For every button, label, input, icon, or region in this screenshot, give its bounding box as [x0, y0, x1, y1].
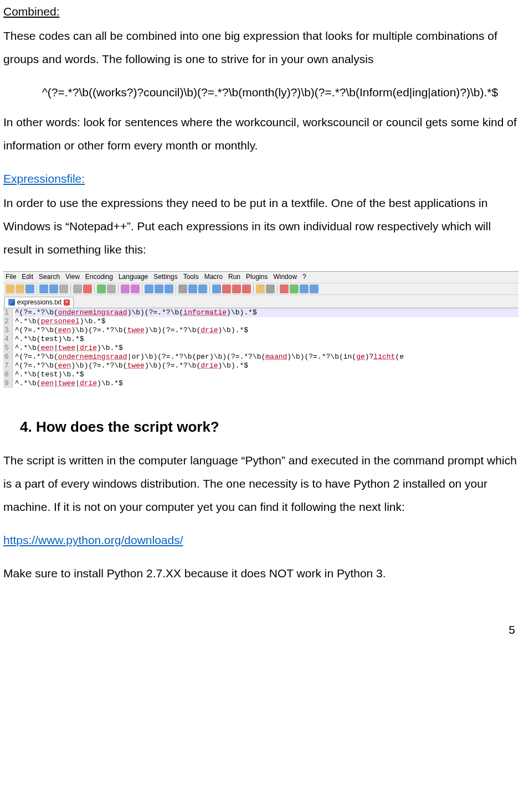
toolbar-icon[interactable] [165, 285, 173, 293]
menu-item-settings[interactable]: Settings [153, 273, 177, 282]
expressionsfile-label: Expressionsfile: [3, 167, 521, 190]
toolbar-icon[interactable] [131, 285, 140, 293]
toolbar-separator [70, 285, 71, 293]
code-line[interactable]: ^.*\b(test)\b.*$ [15, 370, 518, 379]
toolbar-icon[interactable] [290, 285, 299, 293]
menu-item-window[interactable]: Window [273, 273, 297, 282]
combined-regex-block: ^(?=.*?\b((works?)?council)\b)(?=.*?\b(m… [42, 81, 521, 104]
expressionsfile-paragraph: In order to use the expressions they nee… [3, 192, 521, 261]
notepadpp-window: FileEditSearchViewEncodingLanguageSettin… [3, 271, 518, 388]
menu-item-[interactable]: ? [302, 273, 306, 282]
toolbar-icon[interactable] [49, 285, 58, 293]
menu-item-edit[interactable]: Edit [22, 273, 33, 282]
toolbar-separator [37, 285, 37, 293]
toolbar-icon[interactable] [145, 285, 153, 293]
close-icon[interactable]: ✕ [64, 299, 70, 306]
notepadpp-tab-expressions[interactable]: expressions.txt ✕ [4, 297, 74, 308]
disk-icon [8, 299, 15, 306]
python-download-link[interactable]: https://www.python.org/downloads/ [3, 534, 183, 546]
notepadpp-tabs: expressions.txt ✕ [3, 295, 518, 308]
toolbar-separator [209, 285, 210, 293]
code-line[interactable]: ^(?=.*?\b(een)\b)(?=.*?\b(twee)\b)(?=.*?… [15, 326, 518, 335]
toolbar-separator [142, 285, 142, 293]
toolbar-separator [277, 285, 278, 293]
menu-item-plugins[interactable]: Plugins [246, 273, 268, 282]
toolbar-icon[interactable] [242, 285, 251, 293]
combined-label: Combined: [3, 0, 521, 23]
toolbar-icon[interactable] [300, 285, 309, 293]
toolbar-icon[interactable] [155, 285, 163, 293]
code-line[interactable]: ^.*\b(een|twee|drie)\b.*$ [15, 379, 518, 388]
notepadpp-editor[interactable]: 123456789 ^(?=.*?\b(ondernemingsraad)\b)… [3, 308, 518, 388]
toolbar-icon[interactable] [83, 285, 92, 293]
menu-item-view[interactable]: View [65, 273, 80, 282]
toolbar-icon[interactable] [188, 285, 197, 293]
toolbar-icon[interactable] [59, 285, 68, 293]
menu-item-encoding[interactable]: Encoding [85, 273, 113, 282]
notepadpp-toolbar [3, 283, 518, 295]
code-line[interactable]: ^(?=.*?\b(ondernemingsraad)\b)(?=.*?\b(i… [15, 308, 518, 317]
document-page: Combined: These codes can all be combine… [0, 0, 524, 658]
code-line[interactable]: ^.*\b(personeel)\b.*$ [15, 317, 518, 326]
toolbar-separator [253, 285, 254, 293]
tab-label: expressions.txt [17, 298, 61, 307]
toolbar-icon[interactable] [310, 285, 318, 293]
toolbar-icon[interactable] [73, 285, 82, 293]
line-number-gutter: 123456789 [3, 308, 13, 388]
script-paragraph-2: Make sure to install Python 2.7.XX becau… [3, 562, 521, 585]
notepadpp-menubar: FileEditSearchViewEncodingLanguageSettin… [3, 272, 518, 283]
script-paragraph-1: The script is written in the computer la… [3, 449, 521, 519]
toolbar-icon[interactable] [121, 285, 130, 293]
toolbar-icon[interactable] [232, 285, 241, 293]
toolbar-separator [118, 285, 119, 293]
page-number: 5 [3, 618, 521, 642]
toolbar-separator [94, 285, 95, 293]
menu-item-search[interactable]: Search [39, 273, 60, 282]
toolbar-icon[interactable] [97, 285, 106, 293]
toolbar-icon[interactable] [256, 285, 265, 293]
code-line[interactable]: ^.*\b(een|twee|drie)\b.*$ [15, 344, 518, 353]
menu-item-file[interactable]: File [6, 273, 16, 282]
toolbar-separator [176, 285, 176, 293]
heading-how-script-works: 4. How does the script work? [20, 412, 521, 441]
code-area[interactable]: ^(?=.*?\b(ondernemingsraad)\b)(?=.*?\b(i… [13, 308, 518, 388]
toolbar-icon[interactable] [280, 285, 289, 293]
toolbar-icon[interactable] [222, 285, 231, 293]
toolbar-icon[interactable] [212, 285, 221, 293]
toolbar-icon[interactable] [266, 285, 275, 293]
toolbar-icon[interactable] [25, 285, 34, 293]
toolbar-icon[interactable] [178, 285, 187, 293]
toolbar-icon[interactable] [6, 285, 14, 293]
menu-item-language[interactable]: Language [119, 273, 148, 282]
combined-paragraph: These codes can all be combined into one… [3, 24, 521, 71]
combined-explain: In other words: look for sentences where… [3, 111, 521, 157]
menu-item-run[interactable]: Run [228, 273, 240, 282]
code-line[interactable]: ^(?=.*?\b(ondernemingsraad|or)\b)(?=.*?\… [15, 353, 518, 361]
toolbar-icon[interactable] [39, 285, 48, 293]
menu-item-macro[interactable]: Macro [204, 273, 223, 282]
code-line[interactable]: ^.*\b(test)\b.*$ [15, 335, 518, 344]
toolbar-icon[interactable] [107, 285, 116, 293]
toolbar-icon[interactable] [198, 285, 207, 293]
menu-item-tools[interactable]: Tools [183, 273, 199, 282]
code-line[interactable]: ^(?=.*?\b(een)\b)(?=.*?\b(twee)\b)(?=.*?… [15, 361, 518, 370]
toolbar-icon[interactable] [16, 285, 24, 293]
